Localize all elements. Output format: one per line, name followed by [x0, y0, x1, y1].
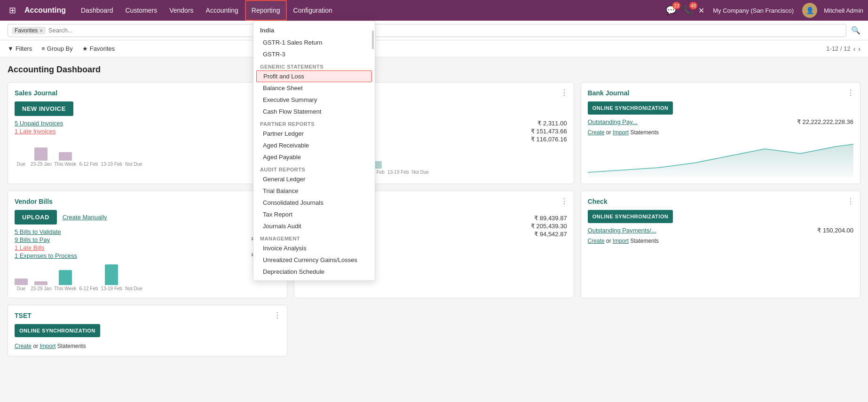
chart-label: 13-19 Feb	[101, 162, 123, 167]
top-navigation: ⊞ Accounting Dashboard Customers Vendors…	[0, 0, 868, 21]
stat-row: Outstanding Payments/... ₹ 150,204.00	[588, 227, 853, 234]
journals-audit-item[interactable]: Journals Audit	[253, 220, 375, 232]
chart-bar	[34, 147, 47, 161]
check-import-link[interactable]: Import	[613, 238, 629, 244]
unpaid-invoices-label[interactable]: 5 Unpaid Invoices	[15, 120, 63, 127]
tset-import-link[interactable]: Import	[39, 343, 55, 349]
trial-balance-item[interactable]: Trial Balance	[253, 185, 375, 197]
nav-items: Dashboard Customers Vendors Accounting R…	[75, 0, 664, 21]
late-bills-label[interactable]: 1 Late Bills	[15, 244, 45, 251]
brand-name: Accounting	[24, 6, 66, 15]
search-tag-favorites: Favorites ×	[12, 27, 46, 34]
check-sync-button[interactable]: ONLINE SYNCHRONIZATION	[588, 210, 673, 223]
chart-col-notdue: Not Due	[125, 161, 142, 167]
chart-col: 23-29 Jan	[31, 281, 51, 291]
outstanding-pay-value: ₹ 205,439.30	[531, 223, 567, 230]
tset-menu[interactable]: ⋮	[274, 311, 281, 320]
check-create-link[interactable]: Create	[588, 238, 605, 244]
chart-label: Due	[17, 162, 25, 167]
stat-row: 1 Expenses to Process ₹ 2,909.60	[15, 252, 280, 259]
nav-item-configuration[interactable]: Configuration	[288, 0, 338, 21]
bills-validate-label[interactable]: 5 Bills to Validate	[15, 228, 61, 235]
create-manually-link[interactable]: Create Manually	[63, 214, 107, 221]
outstanding-label[interactable]: Outstanding Pay...	[588, 118, 638, 125]
search-input[interactable]	[48, 27, 842, 34]
stat-row: 1 Late Invoices ₹ 232.06	[15, 128, 280, 135]
check-stmt-text: Statements	[630, 238, 659, 244]
user-avatar[interactable]: 👤	[802, 3, 817, 18]
tax-invoices-menu[interactable]: ⋮	[560, 88, 568, 97]
check-menu[interactable]: ⋮	[847, 197, 854, 206]
create-link[interactable]: Create	[588, 129, 605, 136]
groupby-button[interactable]: ≡ Group By	[41, 45, 73, 52]
nav-item-dashboard[interactable]: Dashboard	[75, 0, 119, 21]
close-icon[interactable]: ✕	[698, 6, 704, 15]
unrealized-currency-item[interactable]: Unrealized Currency Gains/Losses	[253, 254, 375, 266]
chart-col: Not Due	[125, 285, 142, 291]
late-invoices-label[interactable]: 1 Late Invoices	[15, 128, 55, 135]
partner-ledger-item[interactable]: Partner Ledger	[253, 128, 375, 139]
sales-journal-chart: Due 23-29 Jan This Week 6-12 Feb 13-19 F…	[15, 139, 280, 167]
chart-label: Not Due	[125, 162, 142, 167]
apps-icon[interactable]: ⊞	[5, 3, 20, 18]
new-invoice-button-sales[interactable]: NEW INVOICE	[15, 101, 73, 116]
favorites-label: Favorites	[90, 45, 115, 52]
expenses-label[interactable]: 1 Expenses to Process	[15, 252, 77, 259]
chart-label: 6-12 Feb	[79, 286, 98, 291]
misc-journal-menu[interactable]: ⋮	[560, 197, 568, 206]
aged-payable-item[interactable]: Aged Payable	[253, 151, 375, 163]
scrollbar-thumb[interactable]	[372, 31, 374, 49]
pagination: 1-12 / 12 ‹ ›	[826, 45, 860, 53]
filters-button[interactable]: ▼ Filters	[8, 45, 32, 52]
check-outstanding-label[interactable]: Outstanding Payments/...	[588, 227, 656, 234]
search-button[interactable]: 🔍	[851, 26, 860, 35]
consolidated-journals-item[interactable]: Consolidated Journals	[253, 197, 375, 209]
nav-item-customers[interactable]: Customers	[120, 0, 163, 21]
import-link[interactable]: Import	[613, 129, 629, 136]
gstr1-item[interactable]: GSTR-1 Sales Return	[253, 37, 375, 48]
nav-item-reporting[interactable]: Reporting	[245, 0, 287, 21]
profit-loss-item[interactable]: Profit and Loss	[256, 70, 372, 82]
tax-report-item[interactable]: Tax Report	[253, 209, 375, 220]
upload-button[interactable]: UPLOAD	[15, 210, 57, 224]
nav-item-vendors[interactable]: Vendors	[164, 0, 199, 21]
dashboard-grid: ⋮ Sales Journal NEW INVOICE 5 Unpaid Inv…	[8, 82, 860, 298]
tset-card: ⋮ TSET ONLINE SYNCHRONIZATION Create or …	[8, 305, 287, 356]
company-label: My Company (San Francisco)	[713, 7, 794, 14]
groupby-label: Group By	[47, 45, 73, 52]
tset-note: Create or Import Statements	[15, 343, 280, 349]
phone-icon[interactable]: 📞 48	[681, 4, 694, 17]
prev-page-button[interactable]: ‹	[853, 45, 856, 53]
chat-badge: 33	[672, 2, 680, 9]
statements-text: Statements	[630, 129, 659, 136]
tset-sync-button[interactable]: ONLINE SYNCHRONIZATION	[15, 324, 100, 337]
bank-journal-menu[interactable]: ⋮	[847, 88, 854, 97]
next-page-button[interactable]: ›	[858, 45, 860, 53]
tag-remove[interactable]: ×	[39, 28, 42, 33]
user-name: Mitchell Admin	[824, 7, 863, 14]
invoice-analysis-item[interactable]: Invoice Analysis	[253, 242, 375, 254]
cashflow-item[interactable]: Cash Flow Statement	[253, 106, 375, 117]
depreciation-schedule-item[interactable]: Depreciation Schedule	[253, 266, 375, 278]
favorites-button[interactable]: ★ Favorites	[82, 45, 115, 52]
bills-pay-label[interactable]: 9 Bills to Pay	[15, 236, 50, 243]
chat-icon[interactable]: 💬 33	[664, 4, 678, 17]
india-section-label: India	[253, 24, 375, 37]
check-or-text: or	[606, 238, 613, 244]
chart-col: This Week	[54, 270, 76, 291]
tset-create-link[interactable]: Create	[15, 343, 32, 349]
balance-sheet-item[interactable]: Balance Sheet	[253, 82, 375, 94]
executive-summary-item[interactable]: Executive Summary	[253, 94, 375, 106]
bank-sync-button[interactable]: ONLINE SYNCHRONIZATION	[588, 101, 673, 115]
chart-col-thisweek: This Week	[54, 152, 76, 167]
chart-label: 23-29 Jan	[31, 286, 51, 291]
bank-journal-card: ⋮ Bank Journal ONLINE SYNCHRONIZATION Ou…	[581, 82, 860, 184]
gstr3-item[interactable]: GSTR-3	[253, 48, 375, 60]
nav-item-accounting[interactable]: Accounting	[200, 0, 244, 21]
filters-label: Filters	[16, 45, 32, 52]
sales-journal-stats: 5 Unpaid Invoices ₹ 236.30 1 Late Invoic…	[15, 120, 280, 135]
chart-col-13feb: 13-19 Feb	[101, 161, 123, 167]
aged-receivable-item[interactable]: Aged Receivable	[253, 139, 375, 151]
bank-journal-title: Bank Journal	[588, 89, 853, 97]
general-ledger-item[interactable]: General Ledger	[253, 173, 375, 185]
